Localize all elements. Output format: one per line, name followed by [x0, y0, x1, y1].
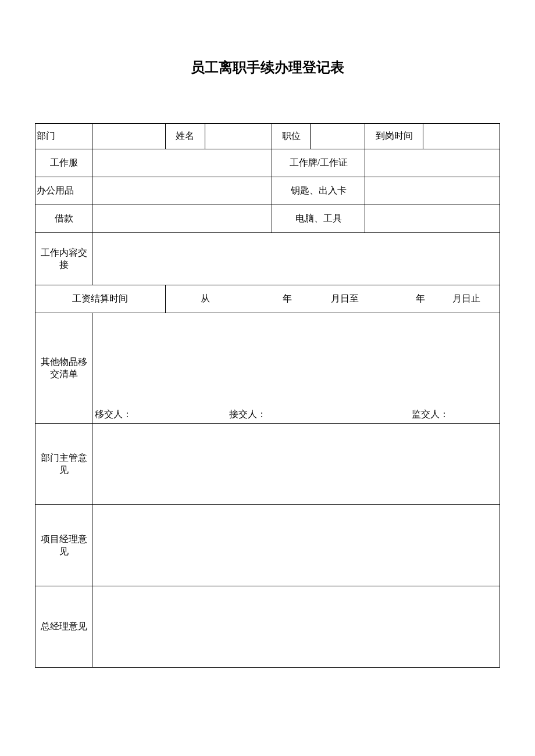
badge-value[interactable]: [365, 149, 500, 177]
salary-label: 工资结算时间: [35, 285, 166, 313]
salary-month-end: 月日止: [425, 293, 491, 305]
dept-head-label: 部门主管意见: [35, 424, 92, 505]
pm-value[interactable]: [92, 505, 500, 586]
loan-row: 借款 电脑、工具: [35, 205, 500, 233]
supplies-value[interactable]: [92, 177, 272, 205]
handover-label: 工作内容交接: [35, 233, 92, 285]
other-items-label: 其他物品移交清单: [35, 313, 92, 424]
gm-value[interactable]: [92, 586, 500, 668]
keys-value[interactable]: [365, 177, 500, 205]
page-container: 员工离职手续办理登记表 部门 姓名 职位 到岗时间 工作服 工作: [0, 0, 535, 703]
form-table: 部门 姓名 职位 到岗时间 工作服 工作牌/工作证 办公用品 钥匙、出入卡 借款: [35, 123, 500, 668]
arrival-value[interactable]: [423, 124, 500, 149]
salary-row: 工资结算时间 从 年 月日至 年 月日止: [35, 285, 500, 313]
loan-value[interactable]: [92, 205, 272, 233]
gm-row: 总经理意见: [35, 586, 500, 668]
position-value[interactable]: [310, 124, 365, 149]
handover-value[interactable]: [92, 233, 500, 285]
header-row: 部门 姓名 职位 到岗时间: [35, 124, 500, 149]
pm-label: 项目经理意见: [35, 505, 92, 586]
supplies-row: 办公用品 钥匙、出入卡: [35, 177, 500, 205]
name-value[interactable]: [205, 124, 272, 149]
dept-label: 部门: [35, 124, 92, 149]
receive-person: 接交人：: [229, 409, 363, 421]
uniform-label: 工作服: [35, 149, 92, 177]
other-items-area[interactable]: 移交人： 接交人： 监交人：: [92, 313, 500, 424]
supervise-person: 监交人：: [363, 409, 497, 421]
salary-year1: 年: [245, 293, 292, 305]
computer-value[interactable]: [365, 205, 500, 233]
loan-label: 借款: [35, 205, 92, 233]
pm-row: 项目经理意见: [35, 505, 500, 586]
dept-value[interactable]: [92, 124, 165, 149]
gm-label: 总经理意见: [35, 586, 92, 668]
handover-row: 工作内容交接: [35, 233, 500, 285]
salary-period[interactable]: 从 年 月日至 年 月日止: [165, 285, 500, 313]
salary-from: 从: [166, 293, 245, 305]
badge-label: 工作牌/工作证: [272, 149, 365, 177]
transfer-person: 移交人：: [95, 409, 229, 421]
name-label: 姓名: [165, 124, 205, 149]
uniform-row: 工作服 工作牌/工作证: [35, 149, 500, 177]
document-title: 员工离职手续办理登记表: [35, 58, 500, 77]
position-label: 职位: [272, 124, 311, 149]
arrival-label: 到岗时间: [365, 124, 423, 149]
dept-head-row: 部门主管意见: [35, 424, 500, 505]
uniform-value[interactable]: [92, 149, 272, 177]
keys-label: 钥匙、出入卡: [272, 177, 365, 205]
other-items-row: 其他物品移交清单 移交人： 接交人： 监交人：: [35, 313, 500, 424]
salary-year2: 年: [359, 293, 425, 305]
salary-month-to: 月日至: [292, 293, 358, 305]
dept-head-value[interactable]: [92, 424, 500, 505]
supplies-label: 办公用品: [35, 177, 92, 205]
computer-label: 电脑、工具: [272, 205, 365, 233]
